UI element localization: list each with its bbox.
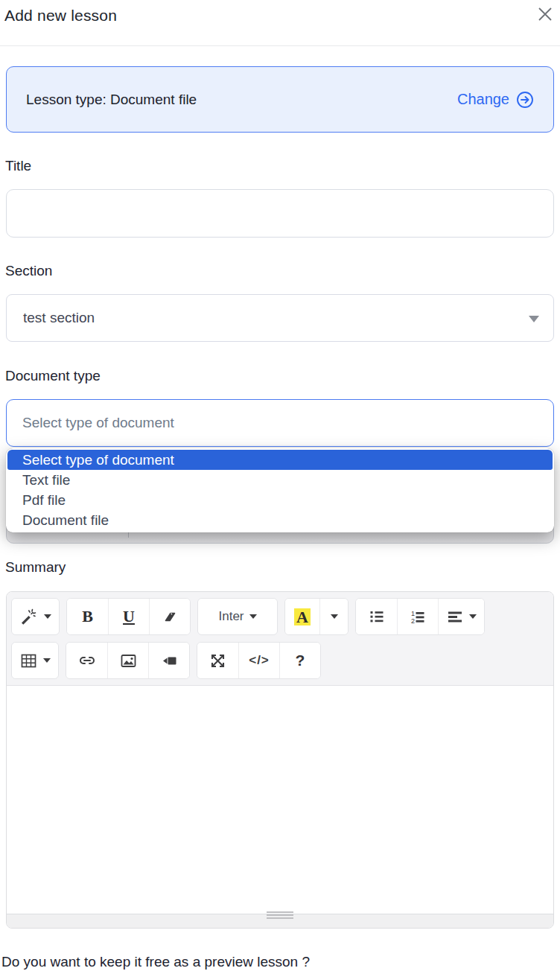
summary-label: Summary [5,558,560,576]
document-type-dropdown: Select type of documentText filePdf file… [6,448,554,532]
chevron-down-icon [529,316,539,322]
magic-wand-button[interactable] [12,599,59,634]
bold-icon: B [82,607,93,626]
header-divider [0,45,560,46]
underline-icon: U [123,607,135,626]
dropdown-option[interactable]: Text file [7,470,553,490]
video-button[interactable] [148,643,189,678]
group-font: Inter [197,598,278,635]
font-color-icon: A [294,608,311,625]
group-table [11,642,59,679]
font-family-value: Inter [218,609,244,624]
caret-down-icon [331,614,338,619]
svg-text:1: 1 [411,610,415,617]
dropdown-option[interactable]: Select type of document [7,450,553,470]
help-icon: ? [296,652,305,669]
align-icon [446,608,464,625]
lesson-type-label: Lesson type: Document file [26,92,197,108]
group-lists: 1 2 [355,598,485,635]
summary-rich-text-editor: B U Inter [6,591,554,929]
group-media [66,642,190,679]
align-button[interactable] [438,599,484,634]
table-button[interactable] [12,643,58,678]
resize-handle-icon[interactable] [267,910,293,920]
image-button[interactable] [107,643,148,678]
fullscreen-button[interactable] [197,643,238,678]
ordered-list-icon: 1 2 [409,608,427,625]
section-select[interactable]: test section [6,294,554,342]
table-icon [19,652,38,670]
modal-header: Add new lesson [0,0,560,25]
editor-toolbar: B U Inter [7,592,553,686]
eraser-icon [161,608,179,625]
font-color-caret-button[interactable] [319,599,348,634]
section-select-value: test section [23,310,95,326]
group-color: A [284,598,349,635]
preview-lesson-question: Do you want to keep it free as a preview… [1,954,560,970]
ordered-list-button[interactable]: 1 2 [397,599,438,634]
unordered-list-icon [368,608,386,625]
eraser-button[interactable] [149,599,190,634]
modal-title: Add new lesson [4,7,556,25]
caret-down-icon [43,658,51,663]
lesson-type-banner: Lesson type: Document file Change [6,66,554,133]
summary-editor-workspace[interactable] [7,686,553,914]
title-label: Title [5,157,560,175]
group-text-style: B U [66,598,191,635]
arrow-right-circle-icon [516,91,534,109]
document-type-placeholder: Select type of document [22,415,174,431]
link-icon [77,651,97,670]
svg-text:2: 2 [411,617,415,625]
toolbar-row-2: </> ? [11,642,549,679]
fullscreen-icon [209,652,227,670]
dropdown-option[interactable]: Document file [7,510,553,530]
close-icon [536,5,554,23]
caret-down-icon [469,614,477,619]
dropdown-option[interactable]: Pdf file [7,490,553,510]
editor-statusbar [7,914,553,928]
caret-down-icon [249,614,257,619]
change-label: Change [457,91,509,108]
link-button[interactable] [66,643,107,678]
document-type-field: Select type of document Select type of d… [6,399,554,447]
close-button[interactable] [536,5,554,23]
unordered-list-button[interactable] [356,599,397,634]
change-lesson-type-button[interactable]: Change [457,91,534,109]
bold-button[interactable]: B [67,599,108,634]
caret-down-icon [44,614,51,619]
document-type-select[interactable]: Select type of document [6,399,554,447]
title-input[interactable] [6,189,554,238]
underline-button[interactable]: U [108,599,149,634]
source-code-button[interactable]: </> [238,643,279,678]
image-icon [119,652,138,670]
font-color-button[interactable]: A [285,599,319,634]
video-icon [160,652,179,670]
help-button[interactable]: ? [279,643,320,678]
font-family-button[interactable]: Inter [198,599,277,634]
toolbar-row-1: B U Inter [11,598,549,635]
group-paragraph [11,598,60,635]
group-tools: </> ? [197,642,321,679]
section-label: Section [5,262,560,280]
document-type-label: Document type [5,367,560,385]
source-code-icon: </> [249,653,270,668]
magic-wand-icon [19,607,39,626]
